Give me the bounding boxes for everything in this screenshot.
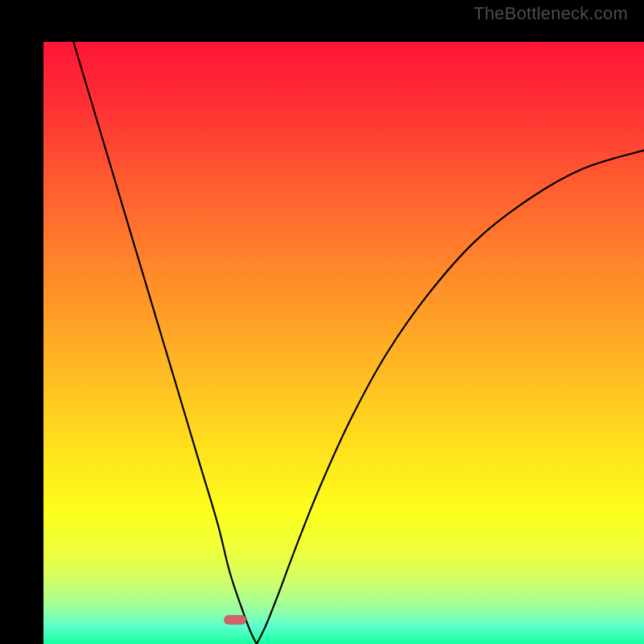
chart-frame: TheBottleneck.com [0,0,644,644]
plot-area [22,21,622,623]
chart-svg [43,42,644,644]
gradient-background [43,42,644,644]
minimum-marker [224,615,246,625]
watermark-text: TheBottleneck.com [473,3,628,24]
